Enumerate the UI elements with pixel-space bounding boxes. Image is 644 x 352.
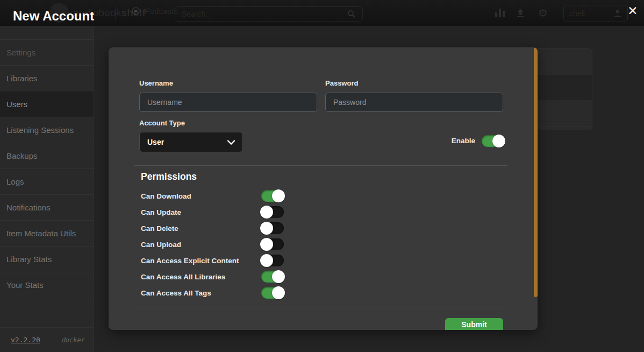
username-input[interactable] [139,93,317,112]
podcast-icon [131,6,140,16]
sidebar-item-label: Library Stats [6,255,52,264]
toggle-can-upload[interactable] [261,238,284,250]
divider [115,6,116,20]
toggle-can-access-all-libraries[interactable] [261,271,284,283]
platform-label: docker [62,336,85,344]
permission-label: Can Delete [141,224,261,233]
sidebar-item-users[interactable]: Users [0,91,94,117]
permission-label: Can Upload [141,241,261,249]
divider [134,307,507,307]
settings-sidebar: SettingsLibrariesUsersListening Sessions… [0,26,94,352]
password-input[interactable] [325,93,503,112]
sidebar-item-label: Listening Sessions [6,125,74,135]
library-selector-dimmed: Podcasts [131,6,178,16]
version-link[interactable]: v2.2.20 [11,336,40,344]
app-header-dimmed: audiobookshelf Podcasts Search.. ⚙ chell [0,0,644,26]
submit-button[interactable]: Submit [445,318,503,330]
chevron-down-icon [227,140,235,145]
toggle-can-delete[interactable] [261,222,284,234]
toggle-enable[interactable] [482,135,504,147]
account-type-select[interactable]: User [139,132,243,152]
toggle-can-update[interactable] [261,206,284,218]
sidebar-item-listening-sessions[interactable]: Listening Sessions [0,117,94,143]
new-account-modal: Username Password Account Type User Enab… [109,47,538,330]
toggle-knob [260,206,273,219]
user-menu-dimmed: chell [563,5,628,22]
toggle-can-download[interactable] [261,190,284,202]
permission-label: Can Download [141,192,261,200]
upload-icon [515,8,526,18]
user-name: chell [569,9,585,18]
toggle-knob [272,286,285,299]
sidebar-item-backups[interactable]: Backups [0,143,94,168]
modal-scrollbar[interactable] [534,47,538,297]
close-icon[interactable]: ✕ [625,3,641,19]
library-name: Podcasts [145,6,178,16]
enable-label: Enable [452,137,475,145]
modal-title: New Account [13,9,94,24]
account-type-label: Account Type [139,119,243,128]
sidebar-item-libraries[interactable]: Libraries [0,65,94,91]
toggle-knob [260,238,273,251]
toggle-knob [260,222,273,235]
search-input-dimmed: Search.. [175,6,363,22]
permission-row: Can Access All Libraries [141,269,284,285]
username-label: Username [139,79,317,88]
sidebar-item-notifications[interactable]: Notifications [0,194,94,220]
sidebar-item-label: Item Metadata Utils [6,229,76,238]
sidebar-item-logs[interactable]: Logs [0,168,94,194]
password-label: Password [325,79,503,88]
permission-row: Can Update [141,204,284,220]
sidebar-item-item-metadata-utils[interactable]: Item Metadata Utils [0,220,94,246]
user-icon [613,9,622,18]
sidebar-item-label: Backups [6,151,38,160]
permission-label: Can Access All Libraries [141,273,261,281]
permission-row: Can Delete [141,220,284,236]
sidebar-item-library-stats[interactable]: Library Stats [0,246,94,272]
sidebar-item-settings[interactable]: Settings [0,39,94,65]
permission-label: Can Update [141,208,261,216]
permissions-list: Can DownloadCan UpdateCan DeleteCan Uplo… [141,188,284,301]
divider [134,165,507,166]
sidebar-nav: SettingsLibrariesUsersListening Sessions… [0,39,94,298]
sidebar-item-label: Settings [6,48,35,57]
toggle-knob [492,135,505,147]
search-placeholder: Search.. [182,10,210,18]
permission-label: Can Access All Tags [141,289,261,297]
stats-icon [495,8,505,18]
toggle-can-access-explicit-content[interactable] [261,255,284,266]
sidebar-item-label: Users [6,100,27,109]
sidebar-item-your-stats[interactable]: Your Stats [0,272,94,298]
permission-row: Can Download [141,188,284,204]
sidebar-item-label: Notifications [6,203,51,212]
permission-row: Can Upload [141,236,284,252]
gear-icon: ⚙ [538,8,548,18]
search-icon [347,10,356,18]
permission-row: Can Access All Tags [141,285,284,301]
toggle-knob [260,254,273,267]
toggle-can-access-all-tags[interactable] [261,287,284,299]
account-type-value: User [147,138,164,146]
sidebar-footer: v2.2.20 docker [0,327,94,352]
toggle-knob [272,270,285,283]
permission-label: Can Access Explicit Content [141,257,261,265]
sidebar-item-label: Libraries [6,74,38,83]
toggle-knob [272,189,285,202]
sidebar-item-label: Logs [6,177,24,186]
permissions-heading: Permissions [141,171,197,182]
sidebar-item-label: Your Stats [6,280,44,290]
permission-row: Can Access Explicit Content [141,252,284,269]
